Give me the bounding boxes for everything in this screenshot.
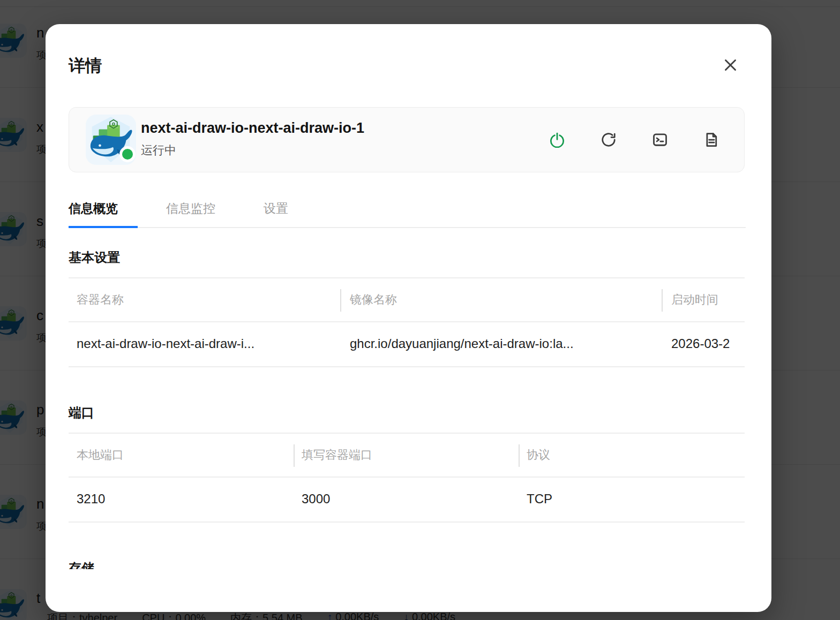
column-divider <box>340 289 341 312</box>
storage-heading: 存储 <box>69 559 94 569</box>
container-card: next-ai-draw-io-next-ai-draw-io-1 运行中 <box>69 107 745 172</box>
restart-button[interactable] <box>599 131 618 149</box>
terminal-button[interactable] <box>651 131 669 149</box>
col-image-name: 镜像名称 <box>350 278 655 321</box>
cell-container-port: 3000 <box>302 478 516 520</box>
basic-settings-table: 容器名称 镜像名称 启动时间 next-ai-draw-io-next-ai-d… <box>69 277 745 367</box>
tab-info-monitoring[interactable]: 信息监控 <box>166 195 235 227</box>
column-divider <box>662 289 663 312</box>
power-button[interactable] <box>548 131 566 149</box>
table-row: next-ai-draw-io-next-ai-draw-i... ghcr.i… <box>69 322 745 367</box>
power-icon <box>549 132 565 148</box>
col-container-port: 填写容器端口 <box>302 434 516 477</box>
basic-settings-heading: 基本设置 <box>69 249 120 266</box>
terminal-icon <box>652 132 668 148</box>
col-protocol: 协议 <box>527 434 687 477</box>
container-name: next-ai-draw-io-next-ai-draw-io-1 <box>141 120 364 137</box>
details-modal: 详情 next-ai-draw-io-next-ai-draw-io-1 运行中 <box>46 24 771 612</box>
tab-settings[interactable]: 设置 <box>264 195 308 227</box>
col-start-time: 启动时间 <box>671 278 744 321</box>
restart-icon <box>601 132 617 148</box>
cell-start-time: 2026-03-2 <box>671 322 744 365</box>
detail-tabs: 信息概览 信息监控 设置 <box>69 195 746 228</box>
cell-container-name: next-ai-draw-io-next-ai-draw-i... <box>77 322 334 365</box>
modal-title: 详情 <box>69 55 102 77</box>
status-dot <box>119 146 136 162</box>
ports-heading: 端口 <box>69 404 94 421</box>
table-header-row: 容器名称 镜像名称 启动时间 <box>69 277 745 322</box>
table-row: 3210 3000 TCP <box>69 478 745 523</box>
column-divider <box>294 444 295 467</box>
close-button[interactable] <box>718 53 742 77</box>
status-label: 运行中 <box>141 142 176 158</box>
col-local-port: 本地端口 <box>77 434 286 477</box>
close-icon <box>723 58 738 72</box>
col-container-name: 容器名称 <box>77 278 334 321</box>
ports-table: 本地端口 填写容器端口 协议 3210 3000 TCP <box>69 433 745 523</box>
cell-image-name: ghcr.io/dayuanjiang/next-ai-draw-io:la..… <box>350 322 655 365</box>
modal-body: 详情 next-ai-draw-io-next-ai-draw-io-1 运行中 <box>46 24 771 569</box>
column-divider <box>519 444 520 467</box>
logs-icon <box>703 132 719 148</box>
logs-button[interactable] <box>702 131 721 149</box>
card-actions <box>548 108 721 172</box>
cell-protocol: TCP <box>527 478 687 520</box>
cell-local-port: 3210 <box>77 478 286 520</box>
table-header-row: 本地端口 填写容器端口 协议 <box>69 433 745 478</box>
tab-info-overview[interactable]: 信息概览 <box>69 195 138 227</box>
